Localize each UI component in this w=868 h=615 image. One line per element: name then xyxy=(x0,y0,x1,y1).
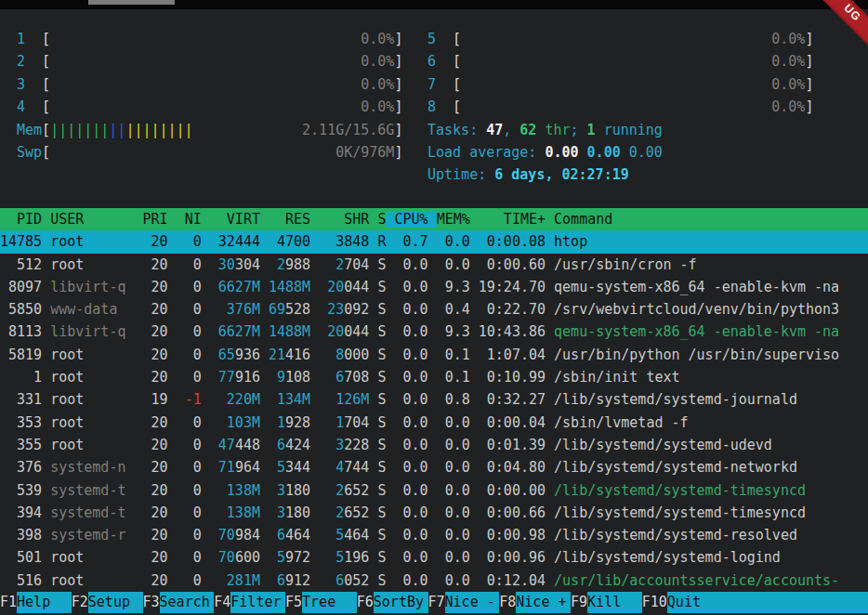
process-row-5850[interactable]: 5850 www-data 20 0 376M 69528 23092 S 0.… xyxy=(0,298,868,321)
command-cell: qemu-system-x86_64 -enable-kvm -na xyxy=(554,323,839,340)
res-cell: 69 xyxy=(269,301,285,318)
pid-cell: 512 xyxy=(0,256,42,273)
res-cell: 134M xyxy=(269,391,310,408)
fkey-f3[interactable]: F3 xyxy=(143,592,160,613)
virt-cell: 70 xyxy=(210,549,235,566)
gap xyxy=(202,369,210,386)
gap xyxy=(168,233,177,250)
process-row-394[interactable]: 394 systemd-t 20 0 138M 3180 2652 S 0.0 … xyxy=(0,502,868,524)
swap-meter: Swp[ 0K/976M] xyxy=(17,141,402,164)
fkey-f4[interactable]: F4 xyxy=(214,592,230,613)
res-cell: 972 xyxy=(285,549,310,566)
fkey-f10[interactable]: F10 xyxy=(642,592,667,613)
header-time: TIME+ xyxy=(479,211,546,228)
process-row-8113[interactable]: 8113 libvirt-q 20 0 6627M 1488M 20044 S … xyxy=(0,321,868,343)
fkey-label-setup[interactable]: Setup xyxy=(88,592,143,613)
process-row-331[interactable]: 331 root 19 -1 220M 134M 126M S 0.0 0.8 … xyxy=(0,388,868,411)
ni-cell: 0 xyxy=(177,347,202,363)
fkey-label-tree[interactable]: Tree xyxy=(302,592,357,613)
meter-open-bracket: [ xyxy=(453,53,461,70)
pid-cell: 5819 xyxy=(0,347,42,363)
process-row-14785[interactable]: 14785 root 20 0 32444 4700 3848 R 0.7 0.… xyxy=(0,230,868,253)
gap xyxy=(42,391,50,408)
process-row-355[interactable]: 355 root 20 0 47448 6424 3228 S 0.0 0.0 … xyxy=(0,434,868,456)
fkey-f6[interactable]: F6 xyxy=(357,592,374,613)
process-row-376[interactable]: 376 systemd-n 20 0 71964 5344 4744 S 0.0… xyxy=(0,456,868,478)
process-row-512[interactable]: 512 root 20 0 30304 2988 2704 S 0.0 0.0 … xyxy=(0,254,868,276)
pri-cell: 20 xyxy=(143,572,168,589)
gap xyxy=(470,279,479,295)
cpu-meter-id: 1 xyxy=(17,31,42,47)
fkey-f1[interactable]: F1 xyxy=(0,592,17,613)
res-cell: 928 xyxy=(285,414,310,431)
gap xyxy=(310,549,319,566)
process-row-501[interactable]: 501 root 20 0 70600 5972 5196 S 0.0 0.0 … xyxy=(0,546,868,569)
virt-cell: 916 xyxy=(235,369,260,386)
shr-cell: 1 xyxy=(319,414,344,431)
gap xyxy=(202,549,210,566)
cpu-meter-id: 5 xyxy=(427,31,453,47)
process-row-1[interactable]: 1 root 20 0 77916 9108 6708 S 0.0 0.1 0:… xyxy=(0,366,868,388)
res-cell: 912 xyxy=(285,572,310,589)
gap xyxy=(546,323,554,340)
fkey-label-quit[interactable]: Quit xyxy=(667,592,868,613)
fkey-label-help[interactable]: Help xyxy=(17,592,72,613)
fkey-f9[interactable]: F9 xyxy=(571,592,587,613)
ni-cell: 0 xyxy=(177,233,202,250)
user-cell: systemd-r xyxy=(50,527,125,543)
ni-cell: 0 xyxy=(177,323,202,340)
process-row-516[interactable]: 516 root 20 0 281M 6912 6052 S 0.0 0.0 0… xyxy=(0,569,868,592)
time-cell: 0:01.39 xyxy=(479,437,546,453)
shr-cell: 2 xyxy=(319,256,344,273)
shr-cell: 8 xyxy=(319,347,344,363)
user-cell: systemd-t xyxy=(50,504,125,521)
process-row-8097[interactable]: 8097 libvirt-q 20 0 6627M 1488M 20044 S … xyxy=(0,276,868,298)
user-cell: root xyxy=(50,347,125,363)
gap xyxy=(310,504,319,521)
gap xyxy=(168,279,177,295)
fkey-label-search[interactable]: Search xyxy=(160,592,215,613)
pri-cell: 20 xyxy=(143,256,168,273)
command-cell: /usr/lib/accountsservice/accounts- xyxy=(554,572,839,589)
res-cell: 344 xyxy=(285,459,310,476)
fkey-label-nice-[interactable]: Nice - xyxy=(445,592,500,613)
gap xyxy=(125,301,142,318)
res-cell: 1 xyxy=(269,414,285,431)
ni-cell: 0 xyxy=(177,459,202,476)
table-header-row[interactable]: PID USER PRI NI VIRT RES SHR S CPU% MEM%… xyxy=(0,208,868,230)
fkey-f7[interactable]: F7 xyxy=(428,592,445,613)
process-row-353[interactable]: 353 root 20 0 103M 1928 1704 S 0.0 0.0 0… xyxy=(0,412,868,434)
user-cell: root xyxy=(50,369,125,386)
user-cell: root xyxy=(50,391,125,408)
fkey-label-nice+[interactable]: Nice + xyxy=(516,592,571,613)
gap xyxy=(168,504,177,521)
time-cell: 0:10.99 xyxy=(479,369,546,386)
meter-close-bracket: ] xyxy=(394,98,402,115)
header-cpu-sort-column[interactable]: CPU% xyxy=(386,211,436,228)
process-row-5819[interactable]: 5819 root 20 0 65936 21416 8000 S 0.0 0.… xyxy=(0,344,868,366)
cpu-cell: 0.0 xyxy=(394,482,427,499)
command-cell: /usr/sbin/cron -f xyxy=(554,256,697,273)
pri-cell: 20 xyxy=(143,301,168,318)
gap xyxy=(202,211,210,228)
process-row-398[interactable]: 398 systemd-r 20 0 70984 6464 5464 S 0.0… xyxy=(0,524,868,546)
process-row-539[interactable]: 539 systemd-t 20 0 138M 3180 2652 S 0.0 … xyxy=(0,479,868,502)
gap xyxy=(310,391,319,408)
fkey-f2[interactable]: F2 xyxy=(72,592,88,613)
cpu-meter-value: 0.0% xyxy=(50,98,394,115)
command-cell: /sbin/init text xyxy=(554,369,679,386)
user-cell: root xyxy=(50,549,125,566)
shr-cell: 4 xyxy=(319,459,344,476)
fkey-label-filter[interactable]: Filter xyxy=(230,592,285,613)
command-cell: /lib/systemd/systemd-networkd xyxy=(554,459,797,476)
shr-cell: 6 xyxy=(319,369,344,386)
fkey-f8[interactable]: F8 xyxy=(499,592,516,613)
fkey-label-kill[interactable]: Kill xyxy=(587,592,642,613)
user-cell: systemd-n xyxy=(50,459,125,476)
gap xyxy=(42,369,50,386)
gap xyxy=(42,323,50,340)
fkey-f5[interactable]: F5 xyxy=(285,592,302,613)
gap xyxy=(202,414,210,431)
fkey-label-sortby[interactable]: SortBy xyxy=(374,592,428,613)
gap xyxy=(260,482,269,499)
